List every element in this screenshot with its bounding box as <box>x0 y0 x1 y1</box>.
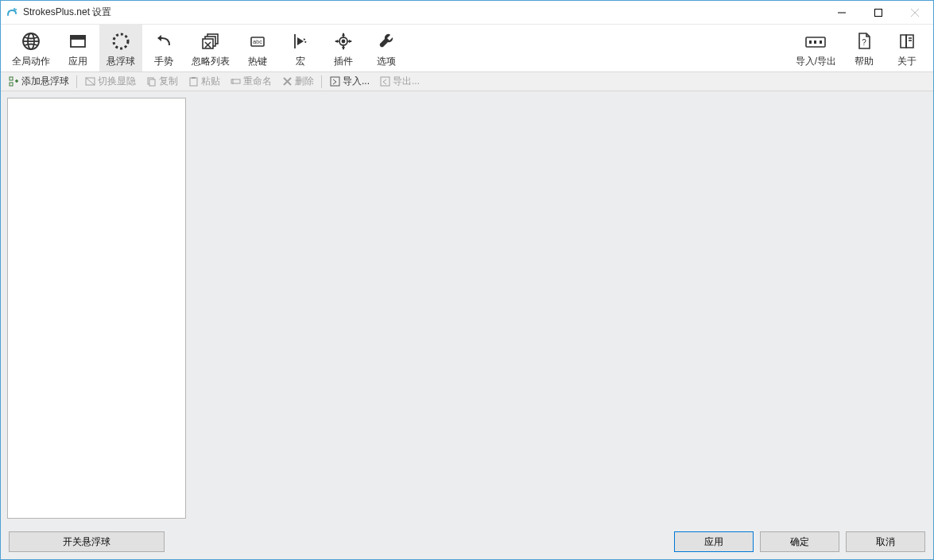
toolbar-label: 宏 <box>296 55 305 68</box>
main-toolbar: 全局动作 应用 悬浮球 <box>1 25 933 72</box>
cancel-button[interactable]: 取消 <box>846 531 925 552</box>
action-label: 导入... <box>343 75 370 88</box>
toolbar-global-actions[interactable]: 全局动作 <box>6 25 56 71</box>
separator <box>76 75 77 88</box>
ok-button[interactable]: 确定 <box>760 531 839 552</box>
toolbar-right-group: 导入/导出 ? 帮助 关于 <box>789 25 928 71</box>
toolbar-label: 热键 <box>248 55 267 68</box>
floater-tree-panel[interactable] <box>7 98 186 519</box>
toolbar-label: 关于 <box>897 55 917 68</box>
content-area <box>1 91 933 524</box>
action-label: 添加悬浮球 <box>21 75 69 88</box>
toolbar-options[interactable]: 选项 <box>365 25 408 71</box>
toolbar-label: 应用 <box>68 55 87 68</box>
svg-rect-39 <box>10 77 13 80</box>
button-label: 应用 <box>704 535 723 549</box>
toolbar-label: 帮助 <box>855 55 874 68</box>
toolbar-hotkeys[interactable]: abc 热键 <box>236 25 279 71</box>
svg-rect-47 <box>190 78 197 86</box>
toolbar-ignore-list[interactable]: 忽略列表 <box>185 25 236 71</box>
svg-rect-34 <box>820 41 822 44</box>
svg-point-22 <box>343 41 345 43</box>
add-node-icon <box>8 76 19 87</box>
import-export-icon <box>804 29 827 53</box>
windows-stack-icon <box>199 29 223 53</box>
import-icon <box>329 76 340 87</box>
footer-bar: 开关悬浮球 应用 确定 取消 <box>1 524 933 559</box>
action-label: 复制 <box>159 75 178 88</box>
export-icon <box>379 76 390 87</box>
toolbar-label: 忽略列表 <box>192 55 230 68</box>
toolbar-import-export[interactable]: 导入/导出 <box>789 25 843 71</box>
toolbar-label: 导入/导出 <box>796 55 836 68</box>
action-label: 删除 <box>295 75 314 88</box>
svg-point-11 <box>114 34 128 48</box>
action-label: 导出... <box>393 75 420 88</box>
toolbar-label: 插件 <box>334 55 353 68</box>
book-icon <box>895 29 919 53</box>
svg-marker-27 <box>342 33 345 36</box>
svg-rect-54 <box>381 77 389 86</box>
separator <box>321 75 322 88</box>
plugin-gear-icon <box>331 29 355 53</box>
minimize-button[interactable] <box>824 1 860 25</box>
action-rename: 重命名 <box>226 73 276 90</box>
svg-rect-10 <box>71 36 85 39</box>
toggle-icon <box>84 76 95 87</box>
svg-rect-40 <box>10 83 13 86</box>
close-button[interactable] <box>897 1 933 25</box>
svg-marker-29 <box>335 40 338 43</box>
keyboard-key-icon: abc <box>246 29 269 53</box>
action-label: 粘贴 <box>201 75 220 88</box>
toolbar-gestures[interactable]: 手势 <box>142 25 185 71</box>
app-icon <box>6 6 18 19</box>
toolbar-plugins[interactable]: 插件 <box>322 25 365 71</box>
svg-text:abc: abc <box>253 39 262 44</box>
svg-rect-14 <box>203 39 213 48</box>
action-add-floater[interactable]: 添加悬浮球 <box>4 73 73 90</box>
toolbar-macros[interactable]: 宏 <box>279 25 322 71</box>
title-bar: StrokesPlus.net 设置 <box>1 1 933 25</box>
delete-x-icon <box>281 76 293 87</box>
toolbar-help[interactable]: ? 帮助 <box>843 25 886 71</box>
toolbar-left-group: 全局动作 应用 悬浮球 <box>6 25 408 71</box>
globe-icon <box>19 29 43 53</box>
svg-marker-20 <box>297 37 304 45</box>
undo-arrow-icon <box>152 29 176 53</box>
svg-text:?: ? <box>862 38 866 47</box>
window-icon <box>66 29 90 53</box>
toolbar-floaters[interactable]: 悬浮球 <box>99 25 142 71</box>
action-copy: 复制 <box>141 73 182 90</box>
svg-rect-3 <box>875 9 882 16</box>
circle-dashed-icon <box>109 29 133 53</box>
action-paste: 粘贴 <box>184 73 224 90</box>
svg-rect-48 <box>192 77 196 79</box>
toggle-floater-button[interactable]: 开关悬浮球 <box>9 531 165 552</box>
svg-line-44 <box>86 78 95 85</box>
macro-play-icon <box>289 29 312 53</box>
svg-marker-30 <box>349 40 352 43</box>
action-import[interactable]: 导入... <box>325 73 374 90</box>
action-toggle-visibility: 切换显隐 <box>80 73 140 90</box>
svg-rect-46 <box>149 79 155 86</box>
toolbar-label: 悬浮球 <box>107 55 135 68</box>
help-file-icon: ? <box>852 29 876 53</box>
toolbar-label: 选项 <box>377 55 396 68</box>
footer-right-buttons: 应用 确定 取消 <box>674 531 925 552</box>
maximize-button[interactable] <box>860 1 897 25</box>
action-bar: 添加悬浮球 切换显隐 复制 粘贴 重命名 删除 导入 <box>1 72 933 91</box>
toolbar-about[interactable]: 关于 <box>886 25 928 71</box>
toolbar-label: 全局动作 <box>12 55 50 68</box>
wrench-icon <box>374 29 398 53</box>
window-title: StrokesPlus.net 设置 <box>23 6 111 19</box>
button-label: 取消 <box>876 535 895 549</box>
action-label: 重命名 <box>243 75 272 88</box>
toolbar-applications[interactable]: 应用 <box>56 25 99 71</box>
apply-button[interactable]: 应用 <box>674 531 754 552</box>
rename-icon <box>230 76 241 87</box>
toolbar-label: 手势 <box>154 55 173 68</box>
svg-rect-32 <box>809 41 812 44</box>
action-export: 导出... <box>375 73 424 90</box>
button-label: 确定 <box>790 535 809 549</box>
window-controls <box>824 1 933 25</box>
